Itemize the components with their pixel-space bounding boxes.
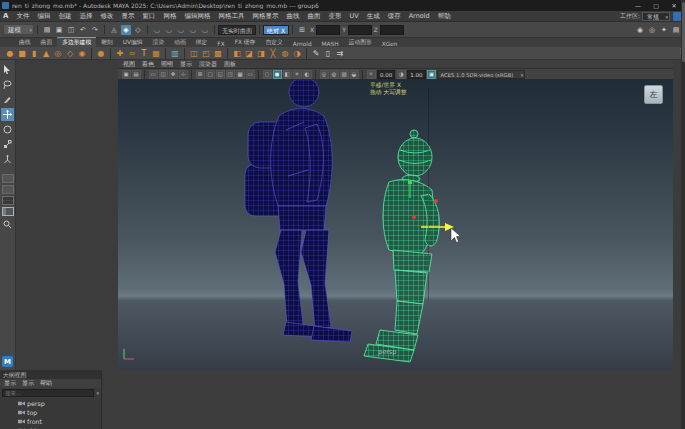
menu-item[interactable]: 生成: [363, 12, 384, 21]
shaded-mode-icon[interactable]: ◼: [273, 70, 282, 79]
maximize-button[interactable]: ▢: [647, 0, 665, 11]
ipr-render-icon[interactable]: ◎: [647, 25, 657, 35]
modeling-toolkit-icon[interactable]: M: [2, 356, 13, 367]
snap-grid-icon[interactable]: ◡: [152, 25, 162, 35]
separate[interactable]: ◰: [200, 47, 212, 59]
extrude[interactable]: ◧: [231, 47, 243, 59]
camera-attributes-icon[interactable]: ▤: [132, 70, 141, 79]
bevel[interactable]: ◪: [243, 47, 255, 59]
menu-item[interactable]: 修改: [96, 12, 117, 21]
quick-input-field[interactable]: 绝对 X: [263, 25, 289, 35]
menu-item[interactable]: 选择: [75, 12, 96, 21]
shelf-tab[interactable]: 自定义: [260, 38, 287, 47]
outliner-search-input[interactable]: [2, 389, 94, 397]
grid-toggle-icon[interactable]: ⊞: [196, 70, 205, 79]
select-tool-icon[interactable]: [1, 63, 14, 76]
multi-cut[interactable]: ╳: [267, 47, 279, 59]
antialias-icon[interactable]: ▨: [340, 70, 349, 79]
save-scene-icon[interactable]: ◫: [66, 25, 76, 35]
select-object-icon[interactable]: ◈: [121, 25, 131, 35]
layout-outliner-persp-button[interactable]: [2, 207, 14, 216]
quad-draw[interactable]: ✚: [114, 47, 126, 59]
layout-four-pane-button[interactable]: [2, 196, 14, 205]
outliner-item[interactable]: front: [0, 417, 101, 426]
scale-tool-icon[interactable]: [1, 138, 14, 151]
wireframe-mode-icon[interactable]: ◻: [263, 70, 272, 79]
target-weld[interactable]: ◍: [279, 47, 291, 59]
lighting-icon[interactable]: ☀: [293, 70, 302, 79]
outliner-scrollbar[interactable]: [681, 0, 685, 429]
bookmark-icon[interactable]: ▭: [149, 70, 158, 79]
viewport-menu-item[interactable]: 视图: [123, 60, 135, 69]
menu-item[interactable]: Arnold: [405, 12, 434, 20]
field-chart-icon[interactable]: ▦: [236, 70, 245, 79]
booleans[interactable]: ▥: [169, 47, 181, 59]
poly-cone[interactable]: ▲: [40, 47, 52, 59]
shelf-tab[interactable]: 曲面: [36, 38, 58, 47]
zoom-tool-icon[interactable]: [1, 218, 14, 231]
menu-item[interactable]: 编辑: [33, 12, 54, 21]
bridge[interactable]: ◨: [255, 47, 267, 59]
shelf-icon[interactable]: [306, 48, 307, 59]
new-scene-icon[interactable]: ▤: [42, 25, 52, 35]
shelf-tab[interactable]: 动画: [169, 38, 191, 47]
sculpt-sphere[interactable]: ●: [95, 47, 107, 59]
menu-item[interactable]: 网格显示: [248, 12, 282, 21]
redo-icon[interactable]: ↷: [90, 25, 100, 35]
joint-display-icon[interactable]: ⊹: [179, 70, 188, 79]
shelf-tab[interactable]: 曲线: [14, 38, 36, 47]
shelf-tab[interactable]: 雕刻: [96, 38, 118, 47]
snap-plane-icon[interactable]: ◡: [188, 25, 198, 35]
shelf-icon[interactable]: [110, 48, 111, 59]
display-layer-icon[interactable]: ▤: [671, 25, 681, 35]
view-navigation-button[interactable]: 左: [644, 85, 663, 104]
outliner-item[interactable]: persp: [0, 399, 101, 408]
render-icon[interactable]: ◉: [635, 25, 645, 35]
ao-icon[interactable]: ◒: [350, 70, 359, 79]
poly-cylinder[interactable]: ▮: [28, 47, 40, 59]
poly-disc[interactable]: ◉: [76, 47, 88, 59]
paint-select-tool-icon[interactable]: [1, 93, 14, 106]
exposure-field[interactable]: 0.00: [377, 70, 395, 79]
menu-item[interactable]: 曲面: [303, 12, 324, 21]
xray-icon[interactable]: ◍: [330, 70, 339, 79]
film-gate-icon[interactable]: ▢: [206, 70, 215, 79]
outliner-menu-item[interactable]: 显示: [4, 379, 16, 388]
menu-item[interactable]: 曲线: [282, 12, 303, 21]
poly-plane[interactable]: ◇: [64, 47, 76, 59]
colorspace-dropdown[interactable]: ACES 1.0 SDR-video (sRGB): [437, 70, 526, 79]
normals[interactable]: ⇉: [334, 47, 346, 59]
grid-input-icon[interactable]: ⊞: [297, 25, 307, 35]
image-plane-icon[interactable]: ◫: [159, 70, 168, 79]
outliner-menu-item[interactable]: 帮助: [40, 379, 52, 388]
crease-tool[interactable]: ✎: [310, 47, 322, 59]
gamma-icon[interactable]: ◑: [397, 70, 406, 79]
type-tool[interactable]: T: [138, 47, 150, 59]
layout-single-pane-button[interactable]: [2, 174, 14, 183]
last-tool-icon[interactable]: [1, 153, 14, 166]
lasso-tool-icon[interactable]: [1, 78, 14, 91]
viewport-menu-item[interactable]: 显示: [180, 60, 192, 69]
mirror[interactable]: ◑: [291, 47, 303, 59]
menu-item[interactable]: 网格: [159, 12, 180, 21]
shadows-icon[interactable]: ◐: [303, 70, 312, 79]
poly-torus[interactable]: ◎: [52, 47, 64, 59]
live-surface-field[interactable]: 无实时曲面: [218, 25, 256, 35]
menu-item[interactable]: 网格工具: [214, 12, 248, 21]
menu-item[interactable]: 编辑网格: [180, 12, 214, 21]
shelf-icon[interactable]: [227, 48, 228, 59]
move-tool-icon[interactable]: [1, 108, 14, 121]
select-hierarchy-icon[interactable]: ◬: [109, 25, 119, 35]
y-coord-field[interactable]: [348, 25, 372, 35]
menu-item[interactable]: 显示: [117, 12, 138, 21]
gamma-field[interactable]: 1.00: [407, 70, 425, 79]
snap-curve-icon[interactable]: ◡: [164, 25, 174, 35]
resolution-gate-icon[interactable]: ◱: [216, 70, 225, 79]
minimize-button[interactable]: —: [629, 0, 647, 11]
shelf-icon[interactable]: [184, 48, 185, 59]
open-scene-icon[interactable]: ▣: [54, 25, 64, 35]
camera-select-icon[interactable]: ▣: [122, 70, 131, 79]
combine[interactable]: ◫: [188, 47, 200, 59]
menu-item[interactable]: 窗口: [138, 12, 159, 21]
viewport-canvas[interactable]: 平移/世界 X 拖动 大写调整 persp 左: [118, 80, 673, 370]
